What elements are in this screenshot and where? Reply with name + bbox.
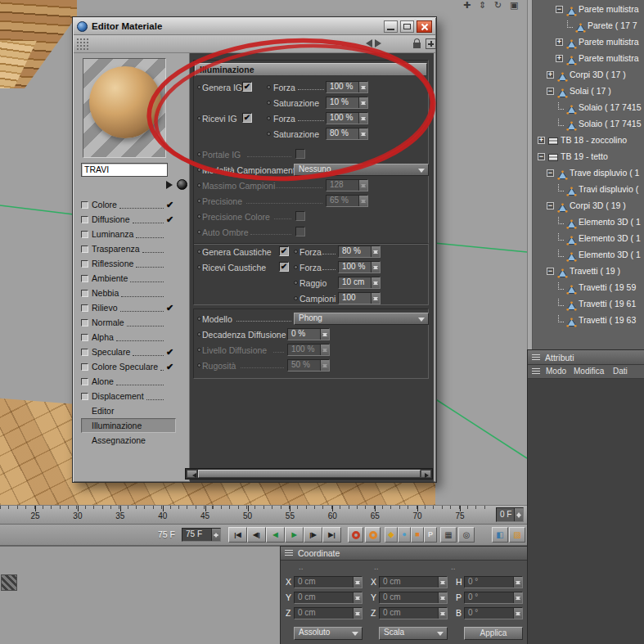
material-thumbnail[interactable] [1,574,17,591]
size-z-field[interactable]: 0 cm [379,607,448,619]
preview-options-icon[interactable] [177,179,187,190]
spinner-arrows-icon[interactable] [513,577,522,588]
keyframe-dot[interactable] [197,332,201,336]
position-y-field[interactable]: 0 cm [294,592,363,604]
menu-grip-icon[interactable] [532,368,540,375]
expand-icon[interactable]: + [547,71,554,79]
spinner-arrows-icon[interactable] [358,82,367,92]
spinner-arrows-icon[interactable] [371,293,380,304]
rotation-b-field[interactable]: 0 ° [464,607,523,619]
material-manager[interactable] [0,546,280,644]
position-x-field[interactable]: 0 cm [294,576,363,588]
keyframe-dot[interactable] [267,85,271,89]
spinner-arrows-icon[interactable] [353,577,362,588]
keyframe-dot[interactable] [267,116,271,120]
tree-row[interactable]: Travetti ( 19 61 [533,296,644,313]
tree-row[interactable]: Elemento 3D ( 1 [533,231,644,247]
radius-field[interactable]: 10 cm [338,277,381,289]
tree-row[interactable]: +Parete multistra [533,51,644,67]
menu-modo[interactable]: Modo [546,367,566,376]
precision-field[interactable]: 65 % [326,195,368,207]
attribute-manager-header[interactable]: Attributi [528,350,644,365]
tree-row[interactable]: Travetti ( 19 59 [533,280,644,296]
keyframe-dot[interactable] [294,250,298,254]
receive-caustics-forza-field[interactable]: 100 % [338,261,381,273]
spinner-arrows-icon[interactable] [353,592,362,603]
keyframe-dot[interactable] [197,152,201,156]
pla-toggle-button[interactable]: ◎ [458,527,475,543]
spinner-arrows-icon[interactable] [358,196,367,206]
rotation-p-field[interactable]: 0 ° [464,592,523,604]
keyframe-dot[interactable] [197,250,201,254]
close-button[interactable] [417,20,432,33]
channel-checkbox[interactable] [81,216,88,223]
diffuse-falloff-field[interactable]: 0 % [287,328,330,340]
tree-row[interactable]: +TB 18 - zoccolino [533,133,644,149]
material-preview[interactable] [83,58,166,158]
ricevi-ig-checkbox[interactable]: ✔ [242,113,252,123]
lock-icon[interactable] [413,43,421,48]
spinner-arrows-icon[interactable] [371,246,380,257]
spinner-arrows-icon[interactable] [513,592,522,603]
record-parameter-toggle[interactable]: P [424,527,437,543]
tree-row[interactable]: Parete ( 17 7 [533,18,644,34]
channel-row[interactable]: Trasparenza [81,241,176,256]
current-frame-field[interactable]: 75 F [182,528,221,542]
expand-icon[interactable]: + [556,55,563,62]
material-page-assegnazione[interactable]: Assegnazione [81,433,176,448]
tree-row[interactable]: Travetti ( 19 63 [533,313,644,329]
minimize-button[interactable] [384,20,398,33]
samples-field[interactable]: 100 [338,292,381,304]
menu-modifica[interactable]: Modifica [574,367,604,376]
coordinates-header[interactable]: Coordinate [281,547,527,561]
channel-row[interactable]: Colore✔ [81,197,176,212]
panel-grip-icon[interactable] [285,550,293,556]
collapse-icon[interactable]: − [547,169,554,177]
prev-key-button[interactable]: ◀| [247,527,266,543]
channel-row[interactable]: Speculare✔ [81,345,176,359]
tree-row[interactable]: Elemento 3D ( 1 [533,214,644,231]
timeline-option-button-2[interactable]: ▨ [509,527,525,543]
size-y-field[interactable]: 0 cm [379,592,448,604]
genera-ig-saturazione-field[interactable]: 10 % [326,97,368,109]
snap-settings-button[interactable]: ▦ [440,527,457,543]
material-name-field[interactable]: TRAVI [81,163,168,177]
channel-row[interactable]: Colore Speculare✔ [81,359,176,374]
keyframe-dot[interactable] [267,101,271,105]
spinner-arrows-icon[interactable] [514,508,523,521]
tree-row[interactable]: Elemento 3D ( 1 [533,247,644,263]
generate-caustics-checkbox[interactable]: ✔ [279,246,289,256]
camera-pan-icon[interactable]: ✚ [463,0,471,11]
previous-material-icon[interactable] [362,39,372,47]
preview-menu-arrow-icon[interactable] [166,181,177,189]
tree-row[interactable]: −Travetti ( 19 ) [533,263,644,280]
keyframe-dot[interactable] [197,214,201,218]
tree-row[interactable]: −Trave displuvio ( 1 [533,165,644,182]
portale-ig-checkbox[interactable] [295,149,305,159]
spinner-arrows-icon[interactable] [513,608,522,619]
channel-checkbox[interactable] [81,319,88,327]
timeline-ruler[interactable]: 0 F 2530354045505560657075 [0,505,527,525]
channel-checkbox[interactable] [81,290,88,297]
channel-checkbox[interactable] [81,201,88,209]
coordinate-scale-dropdown[interactable]: Scala [379,627,448,640]
goto-start-button[interactable]: |◀ [228,527,247,543]
keyframe-dot[interactable] [197,348,201,352]
timeline-end-field[interactable]: 0 F [496,507,524,522]
size-x-field[interactable]: 0 cm [379,576,448,588]
camera-zoom-icon[interactable]: ⇕ [479,0,486,11]
tree-row[interactable]: −Corpi 3D ( 19 ) [533,198,644,214]
spinner-arrows-icon[interactable] [371,262,380,272]
channel-row[interactable]: Alpha [81,330,176,345]
spinner-arrows-icon[interactable] [438,577,447,588]
channel-checkbox[interactable] [81,304,88,312]
menu-dati[interactable]: Dati [613,367,628,376]
next-key-button[interactable]: |▶ [304,527,322,543]
spinner-arrows-icon[interactable] [358,113,367,124]
expand-icon[interactable]: + [538,137,545,144]
keyframe-dot[interactable] [294,296,298,300]
panel-grip-icon[interactable] [532,354,540,361]
collapse-icon[interactable]: − [547,88,554,95]
spinner-arrows-icon[interactable] [358,128,367,139]
material-page-illuminazione[interactable]: Illuminazione [81,418,176,433]
